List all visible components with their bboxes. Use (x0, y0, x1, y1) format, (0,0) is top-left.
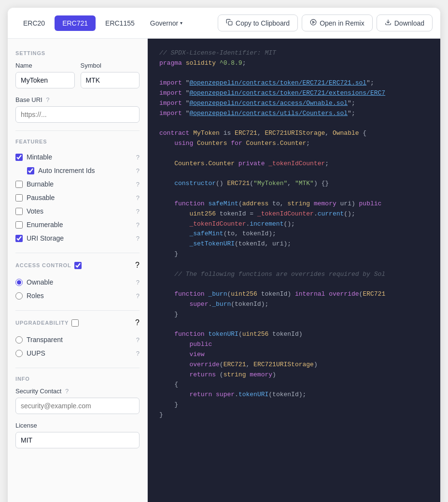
copy-clipboard-button[interactable]: Copy to Clipboard (218, 14, 298, 31)
download-button[interactable]: Download (377, 14, 433, 31)
uri-storage-checkbox[interactable] (15, 235, 23, 242)
access-control-checkbox[interactable] (74, 262, 82, 269)
download-icon (385, 19, 392, 27)
base-uri-group: Base URI ? (15, 96, 140, 123)
license-group: License (15, 422, 140, 448)
ownable-radio[interactable] (15, 279, 23, 286)
upgradeability-label: UPGRADEABILITY (15, 320, 69, 326)
burnable-checkbox[interactable] (15, 181, 23, 188)
upgradeability-checkbox[interactable] (71, 319, 79, 327)
upgradeability-header: UPGRADEABILITY ? (15, 318, 140, 327)
name-label: Name (15, 62, 75, 69)
code-content: // SPDX-License-Identifier: MIT pragma s… (159, 48, 429, 420)
ownable-label: Ownable (27, 278, 53, 286)
ownable-help-icon[interactable]: ? (136, 279, 140, 286)
enumerable-label: Enumerable (27, 221, 63, 229)
uri-storage-label: URI Storage (27, 234, 64, 242)
symbol-col: Symbol (81, 62, 140, 88)
votes-label: Votes (27, 207, 43, 215)
name-col: Name (15, 62, 75, 88)
sidebar: SETTINGS Name Symbol Base URI ? (8, 39, 148, 502)
security-contact-input[interactable] (15, 398, 140, 414)
uups-help-icon[interactable]: ? (136, 350, 140, 357)
upgrade-transparent: Transparent ? (15, 333, 140, 346)
code-panel[interactable]: // SPDX-License-Identifier: MIT pragma s… (148, 39, 440, 502)
uups-radio[interactable] (15, 350, 23, 357)
nav-actions: Copy to Clipboard Open in Remix Download (218, 14, 433, 31)
security-contact-group: Security Contact ? (15, 387, 140, 414)
main-layout: SETTINGS Name Symbol Base URI ? (8, 39, 440, 502)
info-section-label: INFO (15, 376, 140, 382)
security-help-icon[interactable]: ? (65, 387, 69, 395)
svg-rect-0 (228, 21, 232, 25)
access-control-header: ACCESS CONTROL ? (15, 261, 140, 270)
mintable-help-icon[interactable]: ? (136, 154, 140, 161)
name-symbol-row: Name Symbol (15, 62, 140, 88)
uri-storage-help-icon[interactable]: ? (136, 235, 140, 242)
download-label: Download (394, 19, 424, 27)
security-contact-label: Security Contact ? (15, 387, 140, 395)
access-roles: Roles ? (15, 289, 140, 302)
top-nav: ERC20 ERC721 ERC1155 Governor ▾ Copy to … (8, 8, 440, 39)
tab-erc20[interactable]: ERC20 (15, 15, 53, 31)
base-uri-label: Base URI ? (15, 96, 140, 103)
svg-point-1 (310, 19, 316, 25)
copy-label: Copy to Clipboard (236, 19, 290, 27)
tab-erc1155[interactable]: ERC1155 (98, 15, 142, 31)
features-section-label: FEATURES (15, 139, 140, 144)
feature-enumerable: Enumerable ? (15, 218, 140, 231)
base-uri-input[interactable] (15, 106, 140, 123)
mintable-checkbox[interactable] (15, 154, 23, 161)
governor-label: Governor (150, 19, 178, 27)
mintable-label: Mintable (27, 153, 52, 161)
pausable-checkbox[interactable] (15, 194, 23, 201)
remix-icon (310, 19, 317, 27)
feature-pausable: Pausable ? (15, 191, 140, 204)
feature-auto-increment: Auto Increment Ids ? (15, 164, 140, 177)
auto-increment-label: Auto Increment Ids (38, 167, 95, 174)
upgrade-uups: UUPS ? (15, 346, 140, 360)
burnable-label: Burnable (27, 180, 54, 188)
enumerable-checkbox[interactable] (15, 221, 23, 229)
burnable-help-icon[interactable]: ? (136, 181, 140, 188)
auto-increment-checkbox[interactable] (27, 167, 34, 174)
symbol-input[interactable] (81, 72, 140, 88)
uups-label: UUPS (27, 349, 45, 357)
auto-increment-help-icon[interactable]: ? (136, 167, 140, 174)
tab-governor[interactable]: Governor ▾ (144, 15, 188, 31)
clipboard-icon (226, 19, 233, 27)
name-input[interactable] (15, 72, 75, 88)
transparent-help-icon[interactable]: ? (136, 336, 140, 344)
feature-burnable: Burnable ? (15, 177, 140, 191)
feature-mintable: Mintable ? (15, 150, 140, 164)
access-control-help-icon[interactable]: ? (135, 261, 140, 270)
transparent-radio[interactable] (15, 336, 23, 344)
roles-label: Roles (27, 292, 44, 300)
open-remix-button[interactable]: Open in Remix (302, 14, 373, 31)
transparent-label: Transparent (27, 336, 63, 344)
feature-votes: Votes ? (15, 204, 140, 218)
base-uri-help-icon[interactable]: ? (46, 96, 49, 103)
remix-label: Open in Remix (320, 19, 364, 27)
access-ownable: Ownable ? (15, 275, 140, 289)
tab-erc721[interactable]: ERC721 (55, 15, 96, 31)
settings-section-label: SETTINGS (15, 50, 140, 56)
pausable-help-icon[interactable]: ? (136, 194, 140, 201)
pausable-label: Pausable (27, 194, 55, 201)
symbol-label: Symbol (81, 62, 140, 69)
license-label: License (15, 422, 140, 429)
svg-marker-2 (313, 21, 315, 24)
roles-radio[interactable] (15, 292, 23, 300)
chevron-down-icon: ▾ (180, 20, 182, 26)
feature-uri-storage: URI Storage ? (15, 231, 140, 245)
roles-help-icon[interactable]: ? (136, 292, 140, 300)
upgradeability-help-icon[interactable]: ? (135, 318, 140, 327)
votes-checkbox[interactable] (15, 208, 23, 215)
access-control-label: ACCESS CONTROL (15, 262, 71, 268)
votes-help-icon[interactable]: ? (136, 208, 140, 215)
license-input[interactable] (15, 432, 140, 448)
enumerable-help-icon[interactable]: ? (136, 221, 140, 229)
